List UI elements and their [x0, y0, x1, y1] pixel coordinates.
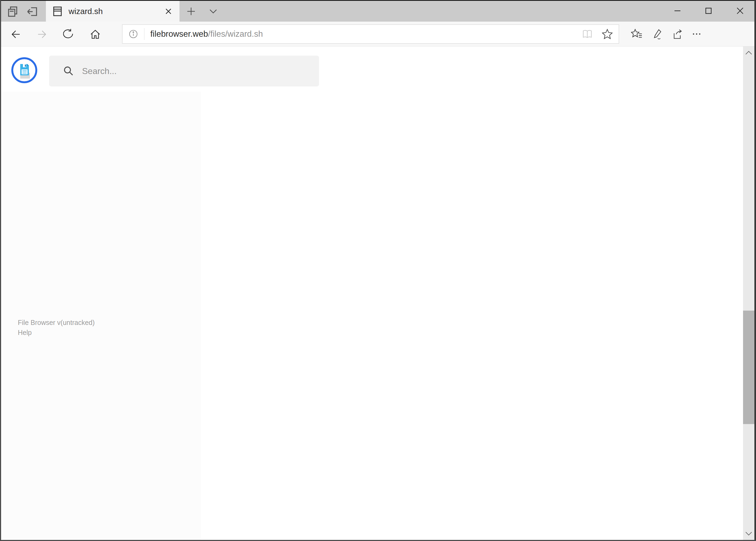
tab-preview-chevron-icon[interactable] — [207, 6, 219, 16]
set-tabs-aside-icon[interactable] — [26, 5, 39, 17]
window-border-right — [754, 0, 756, 541]
app-version: File Browser v(untracked) — [18, 317, 95, 327]
search-icon — [63, 66, 74, 76]
close-window-button[interactable] — [731, 0, 749, 22]
forward-icon[interactable] — [37, 29, 48, 40]
page-scrollbar[interactable] — [743, 46, 754, 540]
help-link[interactable]: Help — [18, 327, 95, 337]
sidebar: File Browser v(untracked) Help — [1, 92, 201, 541]
more-options-icon[interactable] — [691, 29, 702, 40]
url-text[interactable]: filebrowser.web/files/wizard.sh — [150, 29, 582, 39]
sidebar-footer: File Browser v(untracked) Help — [18, 317, 95, 337]
filebrowser-header — [1, 46, 744, 92]
window-border-top — [0, 0, 756, 1]
reading-view-icon — [582, 29, 593, 39]
search-bar[interactable] — [49, 56, 319, 86]
tab-close-icon[interactable] — [164, 7, 172, 15]
search-input[interactable] — [82, 66, 319, 76]
share-page-icon[interactable] — [672, 29, 683, 40]
code-editor[interactable] — [201, 92, 744, 541]
window-border-left — [0, 0, 1, 541]
new-tab-icon[interactable] — [186, 6, 196, 17]
main-content: File Browser v(untracked) Help — [1, 92, 744, 541]
scrollbar-thumb[interactable] — [743, 310, 754, 424]
tab-preview-icon[interactable] — [7, 5, 19, 17]
back-icon[interactable] — [10, 29, 21, 40]
browser-window: wizard.sh — [0, 0, 756, 541]
url-separator — [144, 28, 144, 40]
refresh-icon[interactable] — [63, 29, 75, 40]
window-border-bottom — [0, 540, 756, 541]
browser-tab[interactable]: wizard.sh — [46, 1, 179, 22]
hub-favorites-icon[interactable] — [631, 29, 642, 40]
filebrowser-logo[interactable] — [11, 57, 37, 83]
browser-navbar: filebrowser.web/files/wizard.sh — [0, 22, 756, 46]
url-bar[interactable]: filebrowser.web/files/wizard.sh — [122, 24, 619, 44]
add-favorite-star-icon[interactable] — [602, 29, 613, 39]
scroll-up-icon[interactable] — [743, 47, 754, 58]
site-info-icon[interactable] — [128, 29, 138, 39]
web-notes-pen-icon[interactable] — [651, 29, 663, 40]
home-icon[interactable] — [90, 29, 101, 40]
minimize-button[interactable] — [669, 0, 686, 22]
scroll-down-icon[interactable] — [743, 528, 754, 539]
tab-title: wizard.sh — [69, 7, 164, 16]
page-favicon-icon — [53, 6, 62, 17]
maximize-button[interactable] — [700, 0, 717, 22]
tab-bar: wizard.sh — [0, 0, 756, 22]
